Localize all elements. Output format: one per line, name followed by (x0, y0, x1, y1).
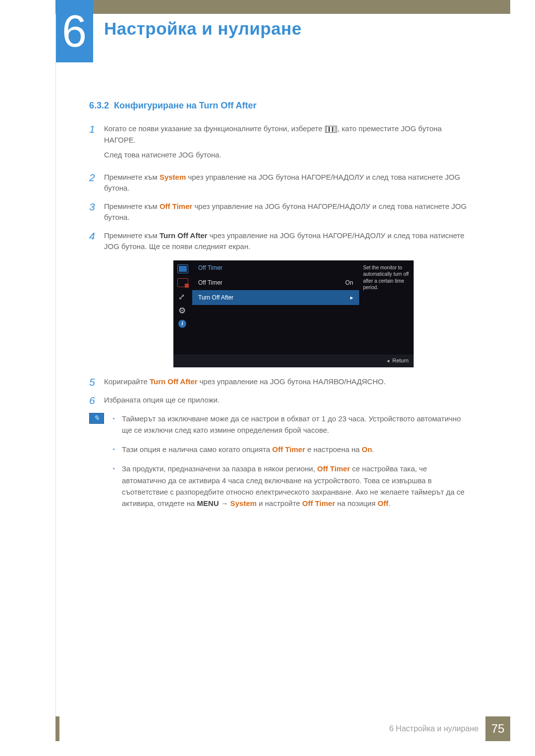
step-body: Преминете към Turn Off After чрез управл… (104, 230, 468, 252)
left-rule (55, 14, 56, 721)
chevron-right-icon (350, 293, 353, 302)
text: Преминете към (104, 173, 160, 181)
osd-tip: Set the monitor to automatically turn of… (359, 260, 414, 354)
section-heading: 6.3.2 Конфигуриране на Turn Off After (89, 99, 468, 112)
step-number: 3 (89, 201, 104, 223)
keyword-system: System (230, 499, 257, 507)
footer-text: 6 Настройка и нулиране (389, 724, 479, 733)
text: Когато се появи указание за функционални… (104, 124, 326, 133)
monitor-icon (177, 264, 188, 273)
text: Преминете към (104, 231, 160, 240)
chapter-number: 6 (55, 0, 93, 62)
arrow-icon: → (221, 498, 228, 509)
step-number: 4 (89, 230, 104, 252)
keyword-on: On (362, 445, 372, 454)
resize-icon (177, 292, 188, 301)
step-1: 1 Когато се появи указание за функционал… (89, 123, 468, 165)
note-item: За продукти, предназначени за пазара в н… (113, 463, 468, 509)
osd-label: Turn Off After (198, 293, 233, 302)
text: . (388, 499, 390, 507)
menu-icon (326, 126, 335, 133)
info-icon (177, 320, 188, 329)
step-body: Коригирайте Turn Off After чрез управлен… (104, 376, 468, 388)
text: . (372, 445, 374, 454)
step-6: 6 Избраната опция ще се приложи. (89, 395, 468, 406)
text: След това натиснете JOG бутона. (104, 150, 468, 161)
keyword-turn-off-after: Turn Off After (160, 231, 208, 240)
header-bar (55, 0, 510, 14)
osd-screenshot: Off Timer Off Timer On Turn Off After Se… (173, 260, 414, 367)
section-title: Конфигуриране на Turn Off After (114, 101, 257, 110)
keyword-turn-off-after: Turn Off After (150, 377, 198, 386)
gear-icon (177, 306, 188, 315)
keyword-off-timer: Off Timer (317, 464, 350, 473)
step-body: Преминете към Off Timer чрез управление … (104, 201, 468, 223)
step-body: Преминете към System чрез управление на … (104, 172, 468, 194)
keyword-off-timer: Off Timer (302, 499, 335, 507)
footer: 6 Настройка и нулиране 75 (389, 716, 510, 741)
osd-row-turn-off-after: Turn Off After (192, 290, 359, 305)
section-number: 6.3.2 (89, 101, 109, 110)
note-icon (89, 413, 104, 424)
keyword-menu: MENU (197, 499, 219, 507)
page-number: 75 (485, 716, 510, 741)
page: 6 Настройка и нулиране 6.3.2 Конфигурира… (0, 0, 535, 756)
note-list: Таймерът за изключване може да се настро… (113, 413, 468, 517)
step-2: 2 Преминете към System чрез управление н… (89, 172, 468, 194)
osd-value: On (345, 278, 353, 287)
step-number: 2 (89, 172, 104, 194)
text: Тази опция е налична само когато опцията (122, 445, 272, 454)
picture-icon (177, 278, 188, 287)
note-item: Тази опция е налична само когато опцията… (113, 444, 468, 455)
step-number: 6 (89, 395, 104, 406)
keyword-off-timer: Off Timer (272, 445, 305, 454)
osd-return-label: Return (392, 356, 409, 365)
content-area: 6.3.2 Конфигуриране на Turn Off After 1 … (89, 99, 468, 517)
text: Преминете към (104, 202, 160, 210)
note-block: Таймерът за изключване може да се настро… (89, 413, 468, 517)
text: е настроена на (305, 445, 362, 454)
footer-left-cap (55, 716, 59, 741)
step-body: Избраната опция ще се приложи. (104, 395, 468, 406)
keyword-off: Off (377, 499, 388, 507)
keyword-system: System (160, 173, 186, 181)
text: За продукти, предназначени за пазара в н… (122, 464, 317, 473)
text: Коригирайте (104, 377, 150, 386)
chapter-title: Настройка и нулиране (104, 19, 302, 39)
step-5: 5 Коригирайте Turn Off After чрез управл… (89, 376, 468, 388)
step-4: 4 Преминете към Turn Off After чрез упра… (89, 230, 468, 252)
osd-label: Off Timer (198, 278, 222, 287)
step-body: Когато се появи указание за функционални… (104, 123, 468, 165)
text: на позиция (335, 499, 378, 507)
step-3: 3 Преминете към Off Timer чрез управлени… (89, 201, 468, 223)
step-number: 1 (89, 123, 104, 165)
osd-sidebar (173, 260, 192, 354)
step-number: 5 (89, 376, 104, 388)
text: и настройте (257, 499, 302, 507)
osd-row-off-timer: Off Timer On (192, 275, 359, 290)
osd-header: Off Timer (192, 260, 359, 275)
keyword-off-timer: Off Timer (160, 202, 192, 210)
note-item: Таймерът за изключване може да се настро… (113, 413, 468, 436)
osd-main: Off Timer Off Timer On Turn Off After (192, 260, 359, 354)
osd-footer: Return (173, 354, 414, 367)
text: чрез управление на JOG бутона НАЛЯВО/НАД… (198, 377, 386, 386)
